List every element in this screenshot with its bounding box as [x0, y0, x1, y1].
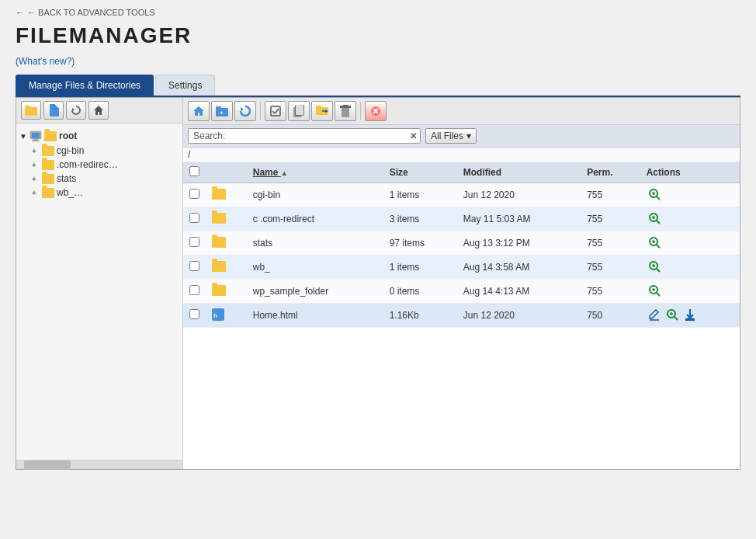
row-name-cell[interactable]: cgi-bin	[247, 183, 383, 207]
row-name-cell[interactable]: Home.html	[247, 304, 383, 328]
content-copy-btn[interactable]	[288, 101, 310, 121]
toolbar-separator-2	[360, 103, 361, 120]
content-move-btn[interactable]	[311, 101, 333, 121]
filter-label: All Files	[431, 130, 463, 141]
sidebar: ▼ root +	[16, 98, 183, 469]
sidebar-toolbar	[16, 98, 182, 123]
row-modified-cell: Jun 12 2020	[457, 304, 581, 328]
svg-line-50	[675, 317, 678, 320]
row-name-cell[interactable]: wb_	[247, 256, 383, 280]
row-checkbox[interactable]	[189, 261, 199, 271]
sidebar-scrollbar-thumb[interactable]	[24, 461, 71, 470]
tree-item-label-wb: wb_…	[57, 187, 83, 198]
tree-item-label-comredirect: .com-redirec…	[57, 159, 118, 170]
row-checkbox[interactable]	[189, 189, 199, 199]
table-row: c .com-redirect 3 items May 11 5:03 AM 7…	[183, 207, 740, 231]
zoom-action-icon[interactable]	[647, 186, 662, 202]
root-computer-icon	[29, 130, 42, 142]
tree-root[interactable]: ▼ root	[19, 128, 179, 144]
row-name-cell[interactable]: stats	[247, 231, 383, 256]
row-size-cell: 97 items	[383, 231, 457, 256]
tree-item-stats[interactable]: + stats	[32, 172, 179, 186]
tab-manage-files[interactable]: Manage Files & Directories	[16, 75, 154, 96]
zoom-action-icon[interactable]	[647, 235, 662, 250]
zoom-action-icon[interactable]	[664, 307, 680, 322]
row-name-cell[interactable]: c .com-redirect	[247, 207, 383, 231]
svg-rect-21	[342, 107, 349, 117]
wb-expand-icon: +	[32, 189, 40, 197]
zoom-action-icon[interactable]	[647, 259, 662, 274]
content-reload-btn[interactable]	[234, 101, 256, 121]
toolbar-separator-1	[260, 103, 261, 120]
table-row: stats 97 items Aug 13 3:12 PM 755	[183, 231, 740, 256]
cgi-folder-icon	[42, 146, 54, 156]
search-input[interactable]	[230, 129, 407, 143]
row-icon-cell	[206, 256, 247, 280]
filter-dropdown[interactable]: All Files ▾	[425, 128, 477, 144]
row-actions-cell	[640, 280, 740, 304]
row-actions-cell	[640, 256, 740, 280]
sidebar-home-btn[interactable]	[88, 101, 109, 120]
svg-line-13	[275, 109, 279, 113]
row-name-cell[interactable]: wp_sample_folder	[247, 280, 383, 304]
svg-rect-5	[33, 139, 38, 141]
row-checkbox[interactable]	[189, 309, 199, 319]
row-checkbox-cell	[183, 280, 206, 304]
col-header-perm: Perm.	[581, 162, 640, 183]
content-new-folder-btn[interactable]: +	[211, 101, 233, 121]
row-perm-cell: 755	[581, 183, 640, 207]
svg-rect-1	[25, 106, 30, 108]
content-select-all-btn[interactable]	[265, 101, 286, 121]
back-link-text[interactable]: ← BACK TO ADVANCED TOOLS	[27, 8, 155, 17]
sidebar-new-file-btn[interactable]	[43, 101, 64, 120]
download-action-icon[interactable]	[682, 307, 698, 322]
comredirect-expand-icon: +	[32, 161, 40, 169]
row-size-cell: 0 items	[383, 280, 457, 304]
tree-item-cgi-bin[interactable]: + cgi-bin	[32, 144, 179, 158]
sidebar-scrollbar[interactable]	[16, 460, 182, 469]
sidebar-new-folder-btn[interactable]	[21, 101, 41, 120]
svg-rect-11	[271, 106, 280, 116]
tree-item-com-redirect[interactable]: + .com-redirec…	[32, 158, 179, 172]
col-header-name[interactable]: Name ▲	[247, 162, 383, 183]
sidebar-tree: ▼ root +	[16, 123, 182, 460]
row-folder-icon	[212, 261, 226, 272]
row-size-cell: 3 items	[383, 207, 457, 231]
svg-marker-2	[72, 108, 75, 111]
stats-expand-icon: +	[32, 175, 40, 183]
content-cancel-btn[interactable]	[365, 101, 387, 121]
page-wrapper: ← ← BACK TO ADVANCED TOOLS FILEMANAGER (…	[0, 0, 756, 539]
back-arrow: ←	[16, 8, 24, 17]
search-clear-btn[interactable]: ✕	[407, 131, 420, 141]
tabs-bar: Manage Files & Directories Settings	[16, 75, 740, 97]
file-table-header: Name ▲ Size Modified Perm.	[183, 162, 740, 183]
row-checkbox-cell	[183, 304, 206, 328]
row-checkbox[interactable]	[189, 285, 199, 295]
col-header-icon	[206, 162, 247, 183]
svg-rect-4	[32, 133, 40, 138]
svg-rect-18	[316, 106, 321, 108]
svg-line-44	[657, 293, 660, 296]
row-size-cell: 1 items	[383, 256, 457, 280]
content-delete-btn[interactable]	[335, 101, 356, 121]
back-link[interactable]: ← ← BACK TO ADVANCED TOOLS	[16, 8, 740, 17]
tab-settings[interactable]: Settings	[155, 75, 215, 96]
row-checkbox[interactable]	[189, 213, 199, 223]
row-checkbox-cell	[183, 256, 206, 280]
svg-rect-16	[296, 105, 303, 115]
edit-action-icon[interactable]	[647, 308, 662, 323]
select-all-checkbox[interactable]	[189, 166, 199, 176]
comredirect-folder-icon	[42, 160, 54, 170]
content-home-btn[interactable]	[188, 101, 210, 121]
row-checkbox[interactable]	[189, 237, 199, 247]
table-row: wb_ 1 items Aug 14 3:58 AM 755	[183, 256, 740, 280]
row-icon-cell	[206, 207, 247, 231]
zoom-action-icon[interactable]	[647, 283, 662, 298]
whats-new-link[interactable]: (What's new?)	[16, 56, 740, 67]
tree-item-wb[interactable]: + wb_…	[32, 186, 179, 200]
sidebar-refresh-btn[interactable]	[66, 101, 86, 120]
zoom-action-icon[interactable]	[647, 210, 662, 226]
file-table-wrapper: Name ▲ Size Modified Perm.	[183, 162, 740, 469]
wb-folder-icon	[42, 188, 54, 198]
row-modified-cell: Aug 13 3:12 PM	[457, 231, 581, 256]
